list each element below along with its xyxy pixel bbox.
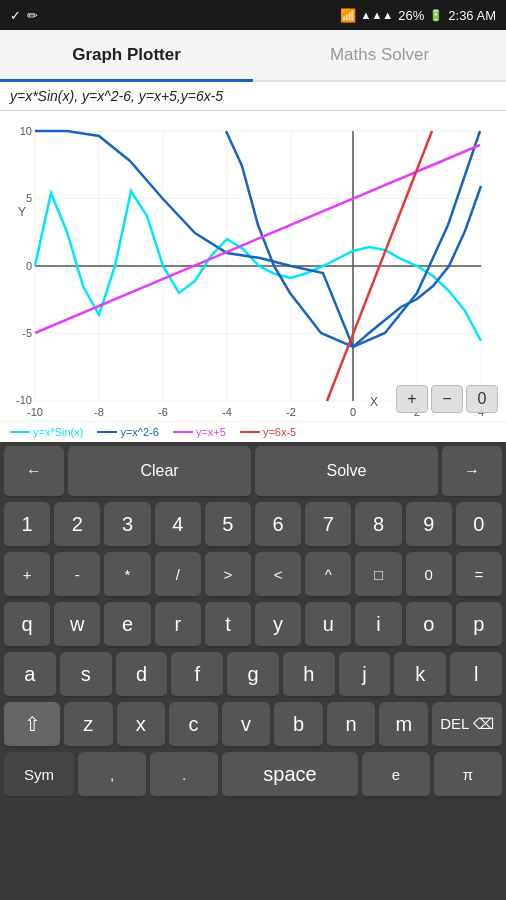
equation-bar: y=x*Sin(x), y=x^2-6, y=x+5,y=6x-5 [0,82,506,111]
zoom-reset-button[interactable]: 0 [466,385,498,413]
key-period[interactable]: . [150,752,218,798]
key-v[interactable]: v [222,702,271,748]
forward-arrow-button[interactable]: → [442,446,502,498]
graph-svg: -10 -8 -6 -4 -2 0 2 4 10 5 0 -5 -10 X Y [0,111,506,421]
key-lt[interactable]: < [255,552,301,598]
svg-text:10: 10 [20,125,32,137]
key-multiply[interactable]: * [104,552,150,598]
svg-text:-10: -10 [27,406,43,418]
key-u[interactable]: u [305,602,351,648]
key-m[interactable]: m [379,702,428,748]
legend-item-quad: y=x^2-6 [97,426,158,438]
key-9[interactable]: 9 [406,502,452,548]
key-zero-sym[interactable]: 0 [406,552,452,598]
qwerty-row3: ⇧ z x c v b n m DEL ⌫ [4,702,502,748]
key-a[interactable]: a [4,652,56,698]
key-r[interactable]: r [155,602,201,648]
key-p[interactable]: p [456,602,502,648]
key-8[interactable]: 8 [355,502,401,548]
key-6[interactable]: 6 [255,502,301,548]
number-row: 1 2 3 4 5 6 7 8 9 0 [4,502,502,548]
graph-container: y=x*Sin(x), y=x^2-6, y=x+5,y=6x-5 [0,82,506,442]
space-key[interactable]: space [222,752,358,798]
clear-button[interactable]: Clear [68,446,251,498]
key-equals[interactable]: = [456,552,502,598]
key-d[interactable]: d [116,652,168,698]
svg-text:0: 0 [26,260,32,272]
qwerty-row2: a s d f g h j k l [4,652,502,698]
zoom-out-button[interactable]: − [431,385,463,413]
svg-text:Y: Y [18,205,26,219]
edit-icon: ✏ [27,8,38,23]
key-box[interactable]: □ [355,552,401,598]
key-k[interactable]: k [394,652,446,698]
key-2[interactable]: 2 [54,502,100,548]
key-1[interactable]: 1 [4,502,50,548]
check-icon: ✓ [10,8,21,23]
key-c[interactable]: c [169,702,218,748]
key-0[interactable]: 0 [456,502,502,548]
key-w[interactable]: w [54,602,100,648]
qwerty-row1: q w e r t y u i o p [4,602,502,648]
key-4[interactable]: 4 [155,502,201,548]
svg-text:-5: -5 [22,327,32,339]
signal-icon: ▲▲▲ [361,9,394,21]
zoom-in-button[interactable]: + [396,385,428,413]
key-y[interactable]: y [255,602,301,648]
battery-percent: 26% [398,8,424,23]
key-plus[interactable]: + [4,552,50,598]
key-e[interactable]: e [104,602,150,648]
key-i[interactable]: i [355,602,401,648]
key-s[interactable]: s [60,652,112,698]
zoom-controls: + − 0 [396,385,498,413]
key-f[interactable]: f [171,652,223,698]
status-bar: ✓ ✏ 📶 ▲▲▲ 26% 🔋 2:36 AM [0,0,506,30]
key-gt[interactable]: > [205,552,251,598]
key-o[interactable]: o [406,602,452,648]
key-q[interactable]: q [4,602,50,648]
key-euler[interactable]: e [362,752,430,798]
shift-key[interactable]: ⇧ [4,702,60,748]
solve-button[interactable]: Solve [255,446,438,498]
tab-bar: Graph Plotter Maths Solver [0,30,506,82]
key-x[interactable]: x [117,702,166,748]
tab-maths-solver[interactable]: Maths Solver [253,30,506,80]
legend-item-sin: y=x*Sin(x) [10,426,83,438]
symbol-row: + - * / > < ^ □ 0 = [4,552,502,598]
key-n[interactable]: n [327,702,376,748]
svg-text:-2: -2 [286,406,296,418]
back-arrow-button[interactable]: ← [4,446,64,498]
svg-text:-6: -6 [158,406,168,418]
sym-key[interactable]: Sym [4,752,74,798]
key-z[interactable]: z [64,702,113,748]
keyboard-area: ← Clear Solve → 1 2 3 4 5 6 7 8 9 0 + - … [0,442,506,900]
svg-text:-10: -10 [16,394,32,406]
key-7[interactable]: 7 [305,502,351,548]
key-caret[interactable]: ^ [305,552,351,598]
key-comma[interactable]: , [78,752,146,798]
key-g[interactable]: g [227,652,279,698]
key-5[interactable]: 5 [205,502,251,548]
key-j[interactable]: j [339,652,391,698]
svg-text:X: X [370,395,378,409]
key-3[interactable]: 3 [104,502,150,548]
key-minus[interactable]: - [54,552,100,598]
svg-text:-8: -8 [94,406,104,418]
key-l[interactable]: l [450,652,502,698]
key-t[interactable]: t [205,602,251,648]
key-divide[interactable]: / [155,552,201,598]
action-row: ← Clear Solve → [4,446,502,498]
key-h[interactable]: h [283,652,335,698]
tab-graph-plotter[interactable]: Graph Plotter [0,30,253,80]
key-b[interactable]: b [274,702,323,748]
svg-text:0: 0 [350,406,356,418]
status-right: 📶 ▲▲▲ 26% 🔋 2:36 AM [340,8,496,23]
status-left: ✓ ✏ [10,8,38,23]
delete-key[interactable]: DEL ⌫ [432,702,502,748]
legend-bar: y=x*Sin(x) y=x^2-6 y=x+5 y=6x-5 [0,421,506,442]
wifi-icon: 📶 [340,8,356,23]
graph-area[interactable]: -10 -8 -6 -4 -2 0 2 4 10 5 0 -5 -10 X Y [0,111,506,421]
key-pi[interactable]: π [434,752,502,798]
bottom-row: Sym , . space e π [4,752,502,798]
time: 2:36 AM [448,8,496,23]
